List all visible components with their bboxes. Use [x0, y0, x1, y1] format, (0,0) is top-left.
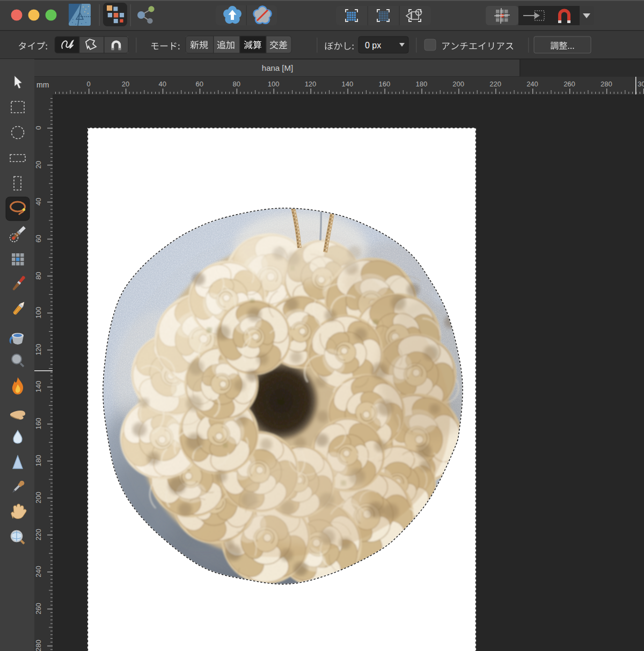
- svg-text:280: 280: [601, 80, 612, 88]
- svg-text:180: 180: [415, 80, 427, 88]
- svg-text:200: 200: [452, 80, 464, 88]
- svg-text:80: 80: [34, 272, 42, 279]
- svg-text:0: 0: [86, 80, 90, 88]
- svg-text:100: 100: [34, 307, 42, 319]
- svg-text:260: 260: [564, 80, 575, 88]
- svg-text:240: 240: [34, 566, 42, 577]
- svg-text:300: 300: [638, 80, 644, 88]
- svg-text:40: 40: [159, 80, 166, 88]
- svg-text:140: 140: [34, 381, 42, 393]
- svg-text:160: 160: [34, 418, 42, 430]
- svg-text:60: 60: [34, 235, 42, 243]
- svg-text:20: 20: [122, 80, 129, 88]
- svg-text:180: 180: [34, 455, 42, 466]
- svg-text:220: 220: [34, 529, 42, 540]
- svg-text:120: 120: [305, 80, 317, 88]
- svg-text:140: 140: [342, 80, 354, 88]
- svg-text:80: 80: [232, 80, 240, 88]
- svg-text:20: 20: [34, 161, 42, 169]
- svg-text:0: 0: [34, 126, 42, 129]
- svg-text:260: 260: [34, 603, 42, 615]
- svg-text:40: 40: [34, 198, 42, 206]
- svg-text:280: 280: [34, 640, 42, 651]
- svg-text:60: 60: [196, 80, 203, 88]
- svg-text:240: 240: [526, 80, 538, 88]
- svg-text:200: 200: [34, 492, 42, 503]
- svg-text:100: 100: [268, 80, 280, 88]
- svg-text:0 px: 0 px: [365, 41, 381, 50]
- svg-text:160: 160: [379, 80, 391, 88]
- svg-text:120: 120: [34, 344, 42, 356]
- svg-text:hana [M]: hana [M]: [262, 63, 293, 72]
- svg-text:220: 220: [489, 80, 501, 88]
- svg-text:mm: mm: [36, 81, 49, 89]
